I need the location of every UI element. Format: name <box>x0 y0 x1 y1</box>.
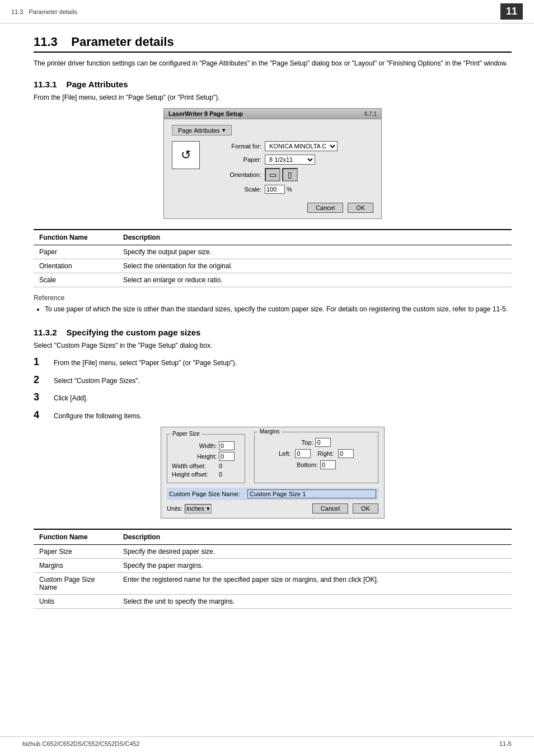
top-label: Top: <box>302 439 313 446</box>
step-item: 2Select "Custom Page Sizes". <box>34 374 512 386</box>
laserwriter-dialog: LaserWriter 8 Page Setup 8.7.1 Page Attr… <box>163 108 382 219</box>
col2-function-name: Function Name <box>34 529 118 545</box>
page-footer: bizhub C652/C652DS/C552/C552DS/C452 11-5 <box>0 736 534 747</box>
function-name: Paper <box>34 245 118 259</box>
top-margin-row: Top: <box>302 438 331 447</box>
height-offset-label: Height offset: <box>172 471 217 478</box>
function-desc: Select the orientation for the original. <box>118 259 512 273</box>
orientation-row: Orientation: ▭ ▯ <box>211 168 373 181</box>
section-heading: Parameter details <box>71 35 174 49</box>
table-row: UnitsSelect the unit to specify the marg… <box>34 595 512 609</box>
step-item: 1From the [File] menu, select "Paper Set… <box>34 356 512 368</box>
custom-ok-button[interactable]: OK <box>353 503 378 514</box>
left-input[interactable] <box>295 449 311 458</box>
format-for-label: Format for: <box>211 143 261 150</box>
dialog-version: 8.7.1 <box>364 111 377 117</box>
function-desc: Select the unit to specify the margins. <box>118 595 512 609</box>
height-offset-value: 0 <box>219 471 222 478</box>
dialog-titlebar: LaserWriter 8 Page Setup 8.7.1 <box>164 109 381 119</box>
step-number: 1 <box>34 356 54 368</box>
function-name: Scale <box>34 273 118 287</box>
bottom-label: Bottom: <box>297 461 318 468</box>
subsection-1-intro: From the [File] menu, select in "Page Se… <box>34 94 512 101</box>
dialog-main-area: ↺ Format for: KONICA MINOLTA C652 Paper: <box>172 141 373 197</box>
function-desc: Specify the paper margins. <box>118 559 512 573</box>
step-item: 4Configure the following items. <box>34 409 512 422</box>
scale-label: Scale: <box>211 186 261 193</box>
list-item: To use paper of which the size is other … <box>45 304 512 314</box>
subsection-2-intro: Select "Custom Page Sizes" in the "Page … <box>34 342 512 349</box>
function-desc: Enter the registered name for the specif… <box>118 573 512 595</box>
custom-dialog-top: Paper Size Width: Height: Width offset: … <box>167 432 378 483</box>
function-desc: Specify the desired paper size. <box>118 545 512 559</box>
step-text: Click [Add]. <box>54 391 88 403</box>
format-for-select[interactable]: KONICA MINOLTA C652 <box>265 141 338 151</box>
function-name: Orientation <box>34 259 118 273</box>
custom-name-label: Custom Page Size Name: <box>169 491 247 497</box>
header-title: Parameter details <box>29 8 500 15</box>
step-text: From the [File] menu, select "Paper Setu… <box>54 356 237 368</box>
main-content: 11.3 Parameter details The printer drive… <box>0 24 534 637</box>
function-table-2: Function Name Description Paper SizeSpec… <box>34 529 512 609</box>
units-label: Units: <box>167 505 182 512</box>
portrait-button[interactable]: ▭ <box>265 168 280 181</box>
top-input[interactable] <box>315 438 331 447</box>
right-input[interactable] <box>338 449 354 458</box>
width-offset-value: 0 <box>219 463 222 469</box>
page-preview-icon: ↺ <box>172 141 200 169</box>
col-description: Description <box>118 230 512 245</box>
width-offset-label: Width offset: <box>172 463 217 469</box>
width-label: Width: <box>172 442 217 449</box>
paper-label: Paper: <box>211 156 261 163</box>
cancel-button[interactable]: Cancel <box>307 203 343 213</box>
reference-section: Reference To use paper of which the size… <box>34 294 512 314</box>
table-row: Custom Page Size NameEnter the registere… <box>34 573 512 595</box>
table-row: Paper SizeSpecify the desired paper size… <box>34 545 512 559</box>
height-input[interactable] <box>219 452 235 461</box>
table-row: MarginsSpecify the paper margins. <box>34 559 512 573</box>
section-number: 11.3 <box>34 35 58 49</box>
scale-input[interactable] <box>265 185 285 194</box>
paper-size-group-title: Paper Size <box>171 431 202 437</box>
height-offset-row: Height offset: 0 <box>172 471 240 478</box>
scale-row: Scale: % <box>211 185 373 194</box>
step-number: 3 <box>34 391 54 404</box>
landscape-button[interactable]: ▯ <box>282 168 298 181</box>
footer-right: 11-5 <box>499 740 512 747</box>
function-desc: Select an enlarge or reduce ratio. <box>118 273 512 287</box>
page-attributes-tab[interactable]: Page Attributes ▾ <box>172 125 232 136</box>
left-label: Left: <box>279 450 291 457</box>
units-row: Units: inches ▾ <box>167 504 212 514</box>
paper-select[interactable]: 8 1/2x11 <box>265 155 315 165</box>
custom-dialog-buttons: Cancel OK <box>312 503 378 514</box>
header-section-label: 11.3 <box>11 8 23 15</box>
step-item: 3Click [Add]. <box>34 391 512 404</box>
scale-unit: % <box>287 186 292 193</box>
reference-list: To use paper of which the size is other … <box>34 304 512 314</box>
subsection-2-title: 11.3.2 Specifying the custom page sizes <box>34 328 512 337</box>
width-row: Width: <box>172 441 240 450</box>
format-for-row: Format for: KONICA MINOLTA C652 <box>211 141 373 151</box>
height-row: Height: <box>172 452 240 461</box>
width-input[interactable] <box>219 441 235 450</box>
margins-group-title: Margins <box>258 428 282 435</box>
dialog-form-area: Format for: KONICA MINOLTA C652 Paper: 8… <box>211 141 373 197</box>
custom-name-row: Custom Page Size Name: <box>167 488 378 500</box>
units-dropdown-arrow: ▾ <box>207 505 210 512</box>
custom-bottom-row: Units: inches ▾ Cancel OK <box>167 503 378 514</box>
ok-button[interactable]: OK <box>348 203 373 213</box>
page-header: 11.3 Parameter details 11 <box>0 0 534 24</box>
step-number: 4 <box>34 409 54 422</box>
custom-cancel-button[interactable]: Cancel <box>312 503 348 514</box>
height-label: Height: <box>172 453 217 460</box>
custom-name-input[interactable] <box>247 489 376 498</box>
function-name: Units <box>34 595 118 609</box>
bottom-input[interactable] <box>320 460 336 469</box>
dialog-body: Page Attributes ▾ ↺ Format for: KONICA M… <box>164 119 381 218</box>
margins-group: Margins Top: Left: Right: <box>254 432 378 483</box>
table-row: PaperSpecify the output paper size. <box>34 245 512 259</box>
units-select[interactable]: inches ▾ <box>185 504 212 514</box>
bottom-margin-row: Bottom: <box>297 460 336 469</box>
right-label: Right: <box>317 450 334 457</box>
footer-left: bizhub C652/C652DS/C552/C552DS/C452 <box>22 740 140 747</box>
